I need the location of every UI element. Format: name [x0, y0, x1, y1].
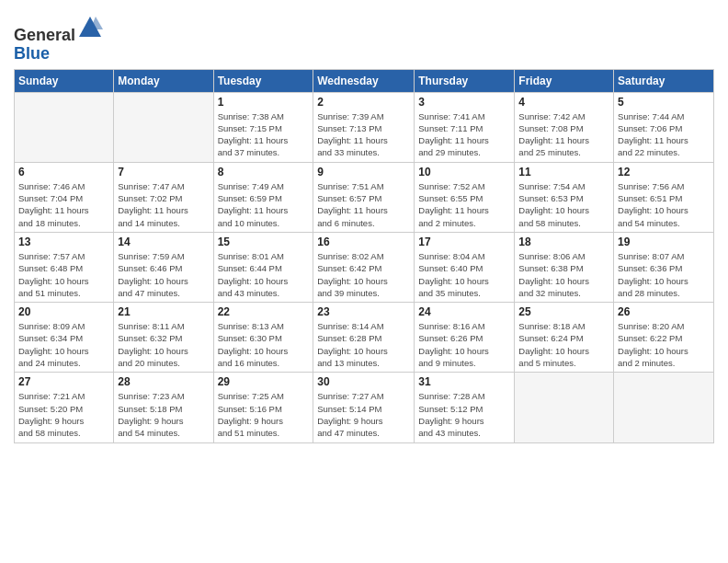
- day-detail: Sunrise: 8:16 AM Sunset: 6:26 PM Dayligh…: [418, 320, 510, 369]
- calendar-cell: 16Sunrise: 8:02 AM Sunset: 6:42 PM Dayli…: [313, 232, 415, 302]
- weekday-header-thursday: Thursday: [415, 69, 515, 92]
- day-number: 25: [518, 305, 609, 318]
- calendar-week-2: 6Sunrise: 7:46 AM Sunset: 7:04 PM Daylig…: [15, 162, 714, 232]
- calendar-week-3: 13Sunrise: 7:57 AM Sunset: 6:48 PM Dayli…: [15, 232, 714, 302]
- day-number: 27: [18, 375, 109, 388]
- calendar-cell: 1Sunrise: 7:38 AM Sunset: 7:15 PM Daylig…: [213, 92, 313, 162]
- day-detail: Sunrise: 7:38 AM Sunset: 7:15 PM Dayligh…: [218, 110, 310, 159]
- day-number: 15: [218, 236, 310, 248]
- day-detail: Sunrise: 7:52 AM Sunset: 6:55 PM Dayligh…: [418, 180, 510, 229]
- calendar-cell: [515, 373, 614, 442]
- calendar-cell: 6Sunrise: 7:46 AM Sunset: 7:04 PM Daylig…: [15, 162, 114, 232]
- calendar-cell: 24Sunrise: 8:16 AM Sunset: 6:26 PM Dayli…: [415, 303, 515, 373]
- calendar-cell: 26Sunrise: 8:20 AM Sunset: 6:22 PM Dayli…: [614, 303, 714, 373]
- calendar-cell: 30Sunrise: 7:27 AM Sunset: 5:14 PM Dayli…: [313, 373, 415, 442]
- logo-blue: Blue: [14, 44, 50, 63]
- calendar-cell: 13Sunrise: 7:57 AM Sunset: 6:48 PM Dayli…: [15, 232, 114, 302]
- page-header: General Blue: [14, 9, 714, 63]
- day-number: 3: [418, 96, 510, 109]
- calendar-cell: 11Sunrise: 7:54 AM Sunset: 6:53 PM Dayli…: [515, 162, 614, 232]
- day-number: 1: [218, 96, 310, 109]
- calendar-cell: 20Sunrise: 8:09 AM Sunset: 6:34 PM Dayli…: [15, 303, 114, 373]
- day-number: 5: [618, 96, 710, 109]
- day-number: 17: [418, 236, 510, 248]
- day-detail: Sunrise: 8:09 AM Sunset: 6:34 PM Dayligh…: [18, 320, 109, 369]
- day-detail: Sunrise: 7:59 AM Sunset: 6:46 PM Dayligh…: [118, 250, 209, 299]
- calendar-cell: 9Sunrise: 7:51 AM Sunset: 6:57 PM Daylig…: [313, 162, 415, 232]
- calendar-cell: 19Sunrise: 8:07 AM Sunset: 6:36 PM Dayli…: [614, 232, 714, 302]
- calendar-cell: [114, 92, 213, 162]
- day-number: 7: [118, 166, 209, 178]
- calendar-cell: 28Sunrise: 7:23 AM Sunset: 5:18 PM Dayli…: [114, 373, 213, 442]
- weekday-header-saturday: Saturday: [614, 69, 714, 92]
- day-number: 12: [618, 166, 710, 178]
- logo: General Blue: [14, 15, 103, 63]
- calendar-cell: 4Sunrise: 7:42 AM Sunset: 7:08 PM Daylig…: [515, 92, 614, 162]
- day-number: 26: [618, 305, 710, 318]
- calendar-cell: 3Sunrise: 7:41 AM Sunset: 7:11 PM Daylig…: [415, 92, 515, 162]
- calendar-cell: 17Sunrise: 8:04 AM Sunset: 6:40 PM Dayli…: [415, 232, 515, 302]
- calendar-cell: 18Sunrise: 8:06 AM Sunset: 6:38 PM Dayli…: [515, 232, 614, 302]
- day-detail: Sunrise: 7:23 AM Sunset: 5:18 PM Dayligh…: [118, 390, 209, 439]
- day-detail: Sunrise: 7:57 AM Sunset: 6:48 PM Dayligh…: [18, 250, 109, 299]
- calendar-table: SundayMondayTuesdayWednesdayThursdayFrid…: [14, 69, 714, 443]
- calendar-cell: 10Sunrise: 7:52 AM Sunset: 6:55 PM Dayli…: [415, 162, 515, 232]
- day-number: 9: [317, 166, 410, 178]
- calendar-cell: 7Sunrise: 7:47 AM Sunset: 7:02 PM Daylig…: [114, 162, 213, 232]
- day-number: 31: [418, 375, 510, 388]
- day-number: 28: [118, 375, 209, 388]
- weekday-header-friday: Friday: [515, 69, 614, 92]
- day-detail: Sunrise: 7:56 AM Sunset: 6:51 PM Dayligh…: [618, 180, 710, 229]
- day-number: 24: [418, 305, 510, 318]
- day-number: 10: [418, 166, 510, 178]
- calendar-header-row: SundayMondayTuesdayWednesdayThursdayFrid…: [15, 69, 714, 92]
- weekday-header-tuesday: Tuesday: [213, 69, 313, 92]
- day-detail: Sunrise: 7:42 AM Sunset: 7:08 PM Dayligh…: [518, 110, 609, 159]
- calendar-cell: 22Sunrise: 8:13 AM Sunset: 6:30 PM Dayli…: [213, 303, 313, 373]
- day-number: 8: [218, 166, 310, 178]
- calendar-cell: 25Sunrise: 8:18 AM Sunset: 6:24 PM Dayli…: [515, 303, 614, 373]
- day-number: 29: [218, 375, 310, 388]
- calendar-cell: 15Sunrise: 8:01 AM Sunset: 6:44 PM Dayli…: [213, 232, 313, 302]
- day-number: 22: [218, 305, 310, 318]
- day-number: 19: [618, 236, 710, 248]
- day-detail: Sunrise: 8:02 AM Sunset: 6:42 PM Dayligh…: [317, 250, 410, 299]
- calendar-cell: 8Sunrise: 7:49 AM Sunset: 6:59 PM Daylig…: [213, 162, 313, 232]
- day-detail: Sunrise: 7:46 AM Sunset: 7:04 PM Dayligh…: [18, 180, 109, 229]
- day-detail: Sunrise: 7:47 AM Sunset: 7:02 PM Dayligh…: [118, 180, 209, 229]
- day-detail: Sunrise: 7:41 AM Sunset: 7:11 PM Dayligh…: [418, 110, 510, 159]
- weekday-header-monday: Monday: [114, 69, 213, 92]
- calendar-cell: 14Sunrise: 7:59 AM Sunset: 6:46 PM Dayli…: [114, 232, 213, 302]
- day-number: 20: [18, 305, 109, 318]
- calendar-cell: 27Sunrise: 7:21 AM Sunset: 5:20 PM Dayli…: [15, 373, 114, 442]
- day-number: 16: [317, 236, 410, 248]
- calendar-cell: 5Sunrise: 7:44 AM Sunset: 7:06 PM Daylig…: [614, 92, 714, 162]
- logo-general: General: [14, 26, 75, 44]
- day-number: 30: [317, 375, 410, 388]
- day-detail: Sunrise: 8:04 AM Sunset: 6:40 PM Dayligh…: [418, 250, 510, 299]
- calendar-week-4: 20Sunrise: 8:09 AM Sunset: 6:34 PM Dayli…: [15, 303, 714, 373]
- calendar-cell: 12Sunrise: 7:56 AM Sunset: 6:51 PM Dayli…: [614, 162, 714, 232]
- calendar-cell: 21Sunrise: 8:11 AM Sunset: 6:32 PM Dayli…: [114, 303, 213, 373]
- day-detail: Sunrise: 7:51 AM Sunset: 6:57 PM Dayligh…: [317, 180, 410, 229]
- calendar-cell: 31Sunrise: 7:28 AM Sunset: 5:12 PM Dayli…: [415, 373, 515, 442]
- day-detail: Sunrise: 8:13 AM Sunset: 6:30 PM Dayligh…: [218, 320, 310, 369]
- day-number: 2: [317, 96, 410, 109]
- day-number: 14: [118, 236, 209, 248]
- calendar-cell: 2Sunrise: 7:39 AM Sunset: 7:13 PM Daylig…: [313, 92, 415, 162]
- weekday-header-wednesday: Wednesday: [313, 69, 415, 92]
- logo-icon: [77, 15, 103, 40]
- calendar-cell: [15, 92, 114, 162]
- day-detail: Sunrise: 8:20 AM Sunset: 6:22 PM Dayligh…: [618, 320, 710, 369]
- calendar-cell: 29Sunrise: 7:25 AM Sunset: 5:16 PM Dayli…: [213, 373, 313, 442]
- day-detail: Sunrise: 7:28 AM Sunset: 5:12 PM Dayligh…: [418, 390, 510, 439]
- calendar-cell: 23Sunrise: 8:14 AM Sunset: 6:28 PM Dayli…: [313, 303, 415, 373]
- calendar-week-5: 27Sunrise: 7:21 AM Sunset: 5:20 PM Dayli…: [15, 373, 714, 442]
- day-detail: Sunrise: 7:27 AM Sunset: 5:14 PM Dayligh…: [317, 390, 410, 439]
- day-detail: Sunrise: 7:49 AM Sunset: 6:59 PM Dayligh…: [218, 180, 310, 229]
- day-number: 11: [518, 166, 609, 178]
- day-number: 13: [18, 236, 109, 248]
- day-detail: Sunrise: 7:25 AM Sunset: 5:16 PM Dayligh…: [218, 390, 310, 439]
- day-number: 23: [317, 305, 410, 318]
- day-detail: Sunrise: 8:06 AM Sunset: 6:38 PM Dayligh…: [518, 250, 609, 299]
